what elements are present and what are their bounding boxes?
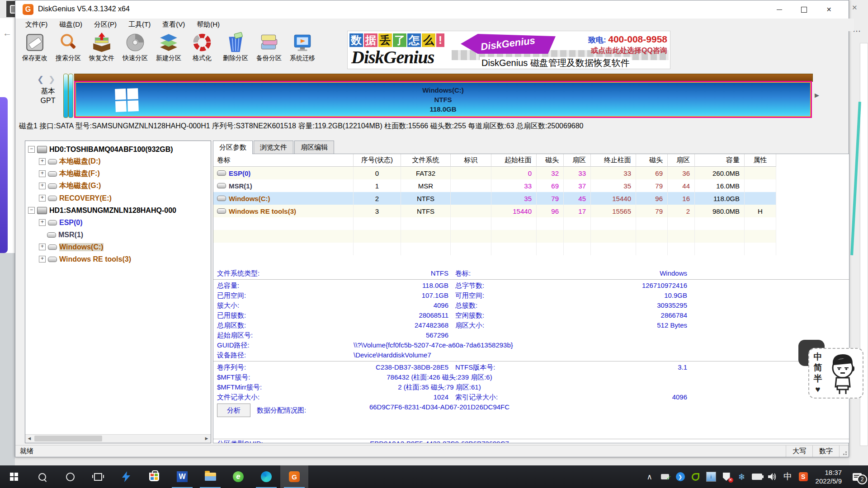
detail-row: 卷序列号:C238-DB37-38DB-28E5NTFS版本号:3.1 [213, 362, 849, 372]
quick-partition-icon [125, 32, 146, 53]
collapse-icon[interactable]: − [28, 207, 35, 214]
tray-nvidia-icon[interactable] [688, 465, 703, 488]
flash-app-icon[interactable] [112, 465, 140, 488]
menu-partition[interactable]: 分区(P) [90, 19, 121, 31]
disk-next-icon[interactable]: ❯ [48, 75, 55, 84]
tree-item-local-d[interactable]: +本地磁盘(D:) [25, 155, 211, 168]
tree-item-local-f[interactable]: +本地磁盘(F:) [25, 168, 211, 180]
expand-icon[interactable]: + [39, 158, 46, 165]
table-row[interactable]: Windows RE tools(3) 3NTFS 154409617 1556… [213, 205, 776, 217]
new-partition-button[interactable]: 新建分区 [152, 31, 185, 67]
table-row-selected[interactable]: Windows(C:) 2NTFS 357945 154409616 118.0… [213, 192, 776, 205]
backup-partition-button[interactable]: 备份分区 [252, 31, 286, 67]
partition-bar-msr[interactable] [68, 74, 73, 118]
tree-item-local-g[interactable]: +本地磁盘(G:) [25, 180, 211, 192]
table-row[interactable]: MSR(1) 1MSR 336937 357944 16.0MB [213, 179, 776, 192]
menu-tools[interactable]: 工具(T) [124, 19, 155, 31]
tree-item-windows-re[interactable]: +Windows RE tools(3) [25, 253, 211, 265]
ime-heart-icon[interactable]: ♥ [809, 384, 826, 395]
tree-horizontal-scrollbar[interactable]: ◄ ► [25, 434, 211, 443]
table-row[interactable]: ESP(0) 0FAT32 03233 336936 260.0MB [213, 167, 776, 179]
ime-chinese-indicator[interactable]: 中 [809, 352, 826, 362]
quick-partition-button[interactable]: 快速分区 [118, 31, 152, 67]
resize-grip[interactable] [839, 446, 849, 457]
expand-icon[interactable]: + [39, 195, 46, 202]
word-icon[interactable]: W [168, 465, 196, 488]
format-button[interactable]: 格式化 [185, 31, 219, 67]
expand-icon[interactable]: + [39, 170, 46, 177]
file-explorer-icon[interactable] [196, 465, 224, 488]
tree-item-esp[interactable]: +ESP(0) [25, 216, 211, 229]
notification-center-icon[interactable]: 2 [846, 465, 868, 488]
save-changes-button[interactable]: 保存更改 [18, 31, 52, 67]
search-partition-button[interactable]: 搜索分区 [52, 31, 85, 67]
browser-360-icon[interactable]: e [224, 465, 252, 488]
task-view-icon[interactable] [84, 465, 112, 488]
menu-disk[interactable]: 磁盘(D) [55, 19, 87, 31]
disk-map-scroll-right-icon[interactable]: ▶ [815, 92, 819, 99]
tree-item-windows-c[interactable]: +Windows(C:) [25, 241, 211, 253]
menu-help[interactable]: 帮助(H) [192, 19, 224, 31]
tray-chevron-up-icon[interactable]: ∧ [642, 465, 657, 488]
tree-item-msr[interactable]: MSR(1) [25, 229, 211, 241]
tray-defender-alert-icon[interactable]: ✕ [719, 465, 734, 488]
minimize-button[interactable] [767, 0, 792, 19]
tab-browse-files[interactable]: 浏览文件 [254, 141, 293, 154]
format-icon [192, 32, 212, 53]
tray-volume-icon[interactable] [765, 465, 780, 488]
tab-sector-edit[interactable]: 扇区编辑 [294, 141, 334, 154]
taskbar-diskgenius-button[interactable]: G [280, 465, 308, 488]
partition-bar-windows-c[interactable]: Windows(C:) NTFS 118.0GB [74, 81, 812, 118]
ad-qq-link[interactable]: 或点击此处选择QQ咨询 [588, 46, 667, 56]
cortana-icon[interactable] [56, 465, 84, 488]
close-button[interactable]: ✕ [816, 0, 841, 19]
num-indicator: 数字 [812, 446, 839, 457]
scrollbar-thumb[interactable] [34, 436, 102, 441]
expand-icon[interactable]: + [39, 256, 46, 263]
sogou-ime-statusbar[interactable]: 中 简 半 ♥ [808, 348, 863, 399]
start-button[interactable] [0, 465, 28, 488]
tray-printer-icon[interactable]: ✓ [657, 465, 673, 488]
title-bar[interactable]: G DiskGenius V5.4.3.1342 x64 ✕ [15, 0, 849, 19]
tray-battery-icon[interactable] [750, 465, 765, 488]
menu-view[interactable]: 查看(V) [158, 19, 189, 31]
detail-row: 起始扇区号:567296 [213, 330, 849, 340]
ad-banner[interactable]: 数据丢了怎么! DiskGenius 致电: 400-008-9958 或点击此… [347, 31, 670, 69]
partition-tree-panel: −HD0:TOSHIBAMQ04ABF100(932GB) +本地磁盘(D:) … [25, 141, 211, 443]
taskbar-clock[interactable]: 18:37 2022/5/9 [811, 468, 846, 485]
taskbar-search-icon[interactable] [28, 465, 56, 488]
table-row-empty [213, 217, 776, 230]
microsoft-store-icon[interactable] [140, 465, 168, 488]
maximize-button[interactable] [792, 0, 816, 19]
tab-partition-params[interactable]: 分区参数 [213, 141, 253, 154]
taskbar: W e G ∧ ✓ ❯ i ✕ ❄ 中 S 18:37 20 [0, 465, 868, 488]
tray-intel-graphics-icon[interactable]: i [703, 465, 719, 488]
expand-icon[interactable]: + [39, 183, 46, 189]
collapse-icon[interactable]: − [28, 146, 35, 153]
partition-bar-esp[interactable] [63, 74, 68, 118]
analyze-button[interactable]: 分析 [217, 404, 250, 417]
scroll-left-icon[interactable]: ◄ [25, 435, 33, 442]
expand-icon[interactable]: + [39, 219, 46, 226]
scroll-right-icon[interactable]: ► [203, 435, 211, 442]
tree-item-hd0[interactable]: −HD0:TOSHIBAMQ04ABF100(932GB) [25, 143, 211, 155]
tree-item-recovery-e[interactable]: +RECOVERY(E:) [25, 192, 211, 204]
delete-partition-button[interactable]: 删除分区 [219, 31, 252, 67]
system-migrate-button[interactable]: 系统迁移 [286, 31, 319, 67]
edge-icon[interactable] [252, 465, 280, 488]
recover-files-button[interactable]: 恢复文件 [85, 31, 118, 67]
menu-bar: 文件(F) 磁盘(D) 分区(P) 工具(T) 查看(V) 帮助(H) [15, 19, 854, 31]
tray-sogou-icon[interactable]: S [796, 465, 811, 488]
ime-simplified-indicator[interactable]: 简 [809, 362, 826, 373]
ime-halfwidth-indicator[interactable]: 半 [809, 373, 826, 384]
tray-bluebird-icon[interactable]: ❯ [673, 465, 688, 488]
background-close-icon[interactable]: ✕ [852, 4, 858, 12]
back-arrow-icon[interactable]: ← [3, 28, 12, 38]
expand-icon[interactable]: + [39, 244, 46, 250]
tray-snowflake-icon[interactable]: ❄ [734, 465, 750, 488]
menu-file[interactable]: 文件(F) [21, 19, 52, 31]
disk-prev-icon[interactable]: ❮ [37, 75, 44, 84]
tree-item-hd1[interactable]: −HD1:SAMSUNGMZNLN128HAHQ-000 [25, 204, 211, 216]
tray-ime-mode-indicator[interactable]: 中 [780, 465, 796, 488]
disk-icon [37, 146, 47, 153]
